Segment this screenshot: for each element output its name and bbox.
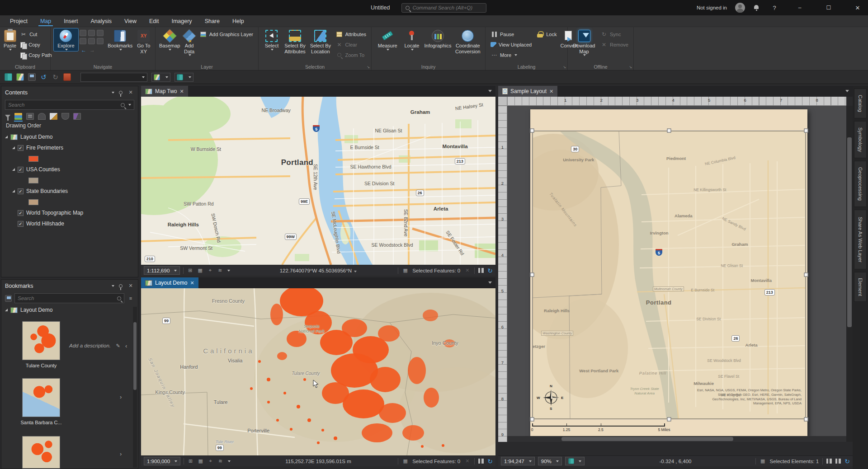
pin-icon[interactable] [119,284,123,288]
refresh-icon[interactable]: ↻ [844,458,850,464]
status-options-icon[interactable] [228,460,231,462]
expand-icon[interactable]: › [120,394,122,400]
menu-tab[interactable]: Map [34,15,57,27]
expander-icon[interactable] [5,136,8,138]
tab-element[interactable]: Element [854,272,867,302]
quick-access-combo[interactable] [80,73,147,82]
avatar[interactable] [735,3,745,13]
attributes-button[interactable]: Attributes [334,29,368,39]
pane-menu-icon[interactable] [488,90,492,92]
collapse-icon[interactable]: ‹ [125,342,127,349]
contents-search[interactable] [5,100,134,110]
zoom-to-button[interactable]: Zoom To [334,50,368,60]
clear-selection-icon[interactable]: ✕ [464,267,471,273]
toc-layer-fire-perimeters[interactable]: ✓ Fire Perimeters [5,142,138,153]
tab-map-two[interactable]: Map Two ✕ [141,86,188,97]
close-tab-icon[interactable]: ✕ [190,280,194,286]
layer-checkbox[interactable]: ✓ [18,167,24,173]
map-scale-combo[interactable]: 1:900,000 [144,457,180,465]
scale-bar[interactable]: 01.252.55 Miles [532,423,664,433]
cursor-coordinates[interactable]: 115,252.73E 193,596.01S m [285,459,351,464]
layer-checkbox[interactable]: ✓ [18,221,24,227]
measure-button[interactable]: Measure [375,28,401,51]
add-data-button[interactable]: + Add Data [182,28,196,56]
close-tab-icon[interactable]: ✕ [179,89,184,94]
toc-layer-world-topographic[interactable]: ✓ World Topographic Map [5,207,138,218]
snapping-icon[interactable]: ≋ [217,458,224,464]
expander-icon[interactable] [5,309,8,311]
layout-demo-view[interactable]: Fresno CountyCaliforniaVisaliaHanfordSeq… [141,288,495,455]
layout-map-frame[interactable]: University ParkPiedmontNE Columbia BlvdN… [533,131,806,419]
tab-sample-layout[interactable]: Sample Layout ✕ [498,86,557,97]
expander-icon[interactable] [12,168,15,171]
download-map-button[interactable]: Download Map [571,28,597,56]
selection-dialog-launcher-icon[interactable]: ↘ [367,65,370,69]
help-icon[interactable]: ? [768,5,781,11]
maximize-button[interactable]: ☐ [818,0,839,15]
view-unplaced-button[interactable]: View Unplaced [489,40,533,49]
new-bookmark-icon[interactable] [5,295,12,302]
expander-icon[interactable] [12,146,15,149]
new-map-icon[interactable] [16,73,24,81]
layout-snap-combo[interactable] [565,457,585,465]
table-icon[interactable]: ▦ [197,458,204,464]
layer-checkbox[interactable]: ✓ [18,210,24,216]
reset-panes-icon[interactable] [5,73,12,81]
layout-vertical-scrollbar[interactable] [846,106,853,442]
fixed-zoom-out-icon[interactable] [97,30,104,36]
layer-checkbox[interactable]: ✓ [18,145,24,151]
bookmark-thumbnail[interactable] [22,436,60,469]
locate-tool-icon[interactable] [63,73,71,81]
tab-share-as-web-layer[interactable]: Share As Web Layer [854,210,867,269]
notifications-icon[interactable] [753,5,760,11]
selected-elements-count[interactable]: Selected Elements: 1 [770,459,819,464]
layout-horizontal-scrollbar[interactable] [507,436,846,442]
close-tab-icon[interactable]: ✕ [549,89,553,94]
minimize-button[interactable]: – [789,0,810,15]
pane-menu-icon[interactable] [488,281,492,284]
contents-menu-icon[interactable] [112,92,114,94]
pane-menu-icon[interactable] [845,90,849,92]
snapping-icon[interactable]: ≋ [217,267,223,273]
pin-icon[interactable] [119,91,123,94]
pause-labeling-button[interactable]: Pause [489,29,533,39]
list-by-snapping-icon[interactable] [61,113,69,120]
more-labeling-button[interactable]: ⋯More [489,50,533,60]
pause-drawing-icon[interactable] [478,268,484,273]
edit-description-icon[interactable]: ✎ [114,342,122,349]
selection-handle[interactable] [804,417,808,422]
bookmarks-search[interactable] [14,293,124,303]
sign-in-status[interactable]: Not signed in [697,5,727,10]
selection-handle[interactable] [530,273,534,277]
layer-checkbox[interactable]: ✓ [18,188,24,194]
expand-icon[interactable]: › [120,450,122,457]
full-extent-icon[interactable] [80,30,86,36]
explore-button[interactable]: Explore [54,28,78,51]
selection-handle[interactable] [804,129,808,133]
copy-path-button[interactable]: Copy Path [18,50,53,60]
labeling-dialog-launcher-icon[interactable]: ↘ [563,65,566,69]
list-by-data-source-icon[interactable] [26,113,34,120]
select-button[interactable]: Select [262,28,282,51]
refresh-icon[interactable]: ↻ [487,458,493,464]
offline-dialog-launcher-icon[interactable]: ↘ [629,65,632,69]
crosshair-icon[interactable]: ⌖ [207,458,214,464]
cut-button[interactable]: ✂Cut [18,29,53,39]
list-by-visibility-icon[interactable] [38,113,46,120]
menu-tab[interactable]: Project [4,15,34,27]
toc-layer-world-hillshade[interactable]: ✓ World Hillshade [5,218,138,229]
layout-scale-combo[interactable]: 1:94,247 [501,457,535,465]
menu-tab[interactable]: Insert [57,15,84,27]
selected-features-count[interactable]: Selected Features: 0 [412,268,460,273]
bookmarks-options-icon[interactable]: ≡ [127,295,134,302]
tab-layout-demo[interactable]: Layout Demo ✕ [141,277,198,288]
zoom-selection-icon[interactable] [97,38,104,44]
close-button[interactable]: ✕ [847,0,868,15]
command-search[interactable] [401,3,486,13]
bookmarks-search-input[interactable] [18,295,114,301]
list-by-editing-icon[interactable] [50,113,57,120]
status-options-icon[interactable] [227,270,230,272]
menu-tab[interactable]: Analysis [85,15,118,27]
fixed-zoom-in-icon[interactable] [88,30,95,36]
selection-handle[interactable] [667,417,671,422]
